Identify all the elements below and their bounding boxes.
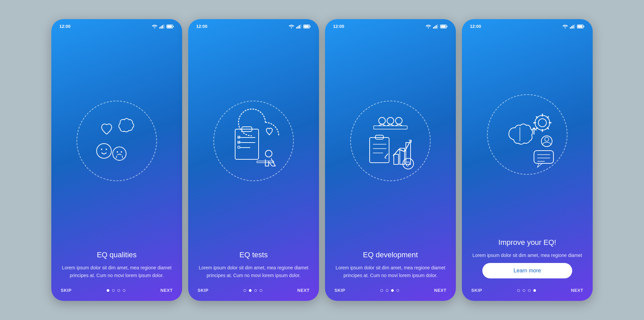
next-4[interactable]: NEXT bbox=[571, 288, 583, 293]
dots-1 bbox=[107, 289, 125, 292]
dot-2-4[interactable] bbox=[260, 289, 262, 292]
dot-4-1[interactable] bbox=[517, 289, 520, 292]
screen-4: 12:00 bbox=[462, 19, 593, 301]
svg-rect-2 bbox=[161, 26, 162, 29]
svg-rect-3 bbox=[162, 25, 163, 29]
dashed-circle-4 bbox=[487, 94, 568, 175]
screen1-svg bbox=[80, 104, 154, 178]
svg-rect-22 bbox=[235, 129, 259, 159]
svg-point-12 bbox=[117, 151, 118, 153]
dashed-circle-2 bbox=[213, 101, 294, 181]
content-2: EQ tests Lorem ipsum dolor sit dim amet,… bbox=[188, 247, 319, 282]
dot-3-3[interactable] bbox=[391, 289, 394, 292]
svg-rect-61 bbox=[584, 26, 584, 27]
svg-point-41 bbox=[379, 117, 385, 124]
screen-1: 12:00 bbox=[51, 19, 182, 301]
dot-1-4[interactable] bbox=[123, 289, 125, 292]
screen3-svg bbox=[354, 104, 427, 178]
svg-rect-58 bbox=[573, 25, 574, 29]
status-bar-4: 12:00 bbox=[462, 19, 593, 31]
svg-point-0 bbox=[154, 27, 155, 28]
signal-icon-2 bbox=[296, 24, 302, 29]
svg-line-70 bbox=[547, 127, 549, 129]
svg-rect-39 bbox=[441, 25, 446, 28]
svg-rect-62 bbox=[578, 25, 583, 28]
battery-icon-3 bbox=[440, 24, 448, 29]
dot-3-4[interactable] bbox=[396, 289, 399, 292]
status-icons-4 bbox=[562, 24, 585, 29]
dots-2 bbox=[244, 289, 262, 292]
dots-4 bbox=[517, 289, 536, 292]
next-2[interactable]: NEXT bbox=[297, 288, 310, 293]
svg-point-11 bbox=[113, 147, 126, 160]
svg-rect-16 bbox=[298, 26, 299, 29]
svg-rect-59 bbox=[574, 24, 575, 29]
svg-point-13 bbox=[121, 151, 122, 153]
battery-icon-4 bbox=[577, 24, 585, 29]
svg-line-71 bbox=[547, 116, 549, 118]
skip-1[interactable]: SKIP bbox=[61, 288, 71, 293]
title-4: Improve your EQ! bbox=[471, 238, 583, 247]
svg-point-55 bbox=[565, 27, 566, 28]
svg-rect-33 bbox=[433, 27, 434, 29]
screen-3: 12:00 bbox=[325, 19, 456, 301]
svg-point-64 bbox=[538, 119, 546, 127]
dot-2-2[interactable] bbox=[249, 289, 252, 292]
signal-icon-4 bbox=[570, 24, 575, 29]
svg-rect-17 bbox=[299, 25, 300, 29]
svg-line-69 bbox=[536, 116, 538, 118]
nav-bar-3: SKIP NEXT bbox=[325, 282, 456, 301]
nav-bar-1: SKIP NEXT bbox=[51, 282, 182, 301]
wifi-icon-3 bbox=[426, 24, 431, 29]
icon-area-4 bbox=[462, 31, 593, 235]
svg-point-10 bbox=[106, 149, 107, 150]
svg-rect-4 bbox=[163, 24, 164, 29]
svg-point-8 bbox=[97, 144, 111, 158]
screen4-svg bbox=[490, 98, 564, 171]
svg-rect-35 bbox=[436, 25, 437, 29]
status-bar-1: 12:00 bbox=[51, 19, 182, 31]
skip-4[interactable]: SKIP bbox=[471, 288, 482, 293]
skip-3[interactable]: SKIP bbox=[334, 288, 345, 293]
learn-more-button[interactable]: Learn more bbox=[482, 263, 572, 278]
title-3: EQ development bbox=[334, 251, 446, 259]
dot-4-2[interactable] bbox=[523, 289, 525, 292]
dot-1-1[interactable] bbox=[107, 289, 109, 292]
dot-1-3[interactable] bbox=[117, 289, 120, 292]
svg-point-14 bbox=[291, 27, 292, 28]
skip-2[interactable]: SKIP bbox=[198, 288, 208, 293]
svg-rect-21 bbox=[304, 25, 309, 28]
body-2: Lorem ipsum dolor sit dim amet, mea regi… bbox=[198, 264, 310, 279]
time-1: 12:00 bbox=[59, 24, 70, 29]
svg-rect-6 bbox=[173, 26, 174, 27]
dot-4-4[interactable] bbox=[533, 289, 536, 292]
dashed-circle-1 bbox=[76, 101, 157, 181]
svg-rect-36 bbox=[437, 24, 438, 29]
wifi-icon bbox=[152, 24, 157, 29]
svg-rect-56 bbox=[570, 27, 571, 29]
wifi-icon-4 bbox=[562, 24, 568, 29]
next-3[interactable]: NEXT bbox=[434, 288, 446, 293]
dot-1-2[interactable] bbox=[112, 289, 115, 292]
screens-container: 12:00 bbox=[38, 6, 606, 314]
wifi-icon-2 bbox=[289, 24, 294, 29]
signal-icon bbox=[159, 24, 165, 29]
dot-2-1[interactable] bbox=[244, 289, 246, 292]
body-4: Lorem ipsum dolor sit dim amet, mea regi… bbox=[471, 252, 583, 259]
dot-3-1[interactable] bbox=[380, 289, 383, 292]
screen-2: 12:00 bbox=[188, 19, 319, 301]
next-1[interactable]: NEXT bbox=[160, 288, 173, 293]
svg-line-50 bbox=[385, 158, 386, 159]
dot-2-3[interactable] bbox=[254, 289, 257, 292]
svg-point-43 bbox=[395, 117, 402, 124]
dot-3-2[interactable] bbox=[386, 289, 388, 292]
nav-bar-2: SKIP NEXT bbox=[188, 282, 319, 301]
title-1: EQ qualities bbox=[61, 251, 173, 259]
svg-rect-18 bbox=[300, 24, 301, 29]
dot-4-3[interactable] bbox=[528, 289, 531, 292]
dashed-circle-3 bbox=[350, 101, 431, 181]
svg-rect-51 bbox=[394, 154, 398, 164]
svg-line-72 bbox=[536, 127, 538, 129]
body-1: Lorem ipsum dolor sit dim amet, mea regi… bbox=[61, 264, 173, 279]
signal-icon-3 bbox=[433, 24, 438, 29]
